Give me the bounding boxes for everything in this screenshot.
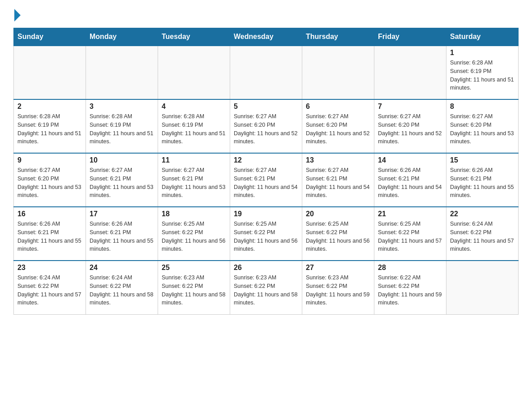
day-number: 10: [90, 156, 154, 164]
day-info: Sunrise: 6:27 AM Sunset: 6:21 PM Dayligh…: [234, 166, 298, 200]
day-number: 26: [234, 264, 298, 272]
day-info: Sunrise: 6:27 AM Sunset: 6:20 PM Dayligh…: [450, 112, 515, 146]
day-info: Sunrise: 6:28 AM Sunset: 6:19 PM Dayligh…: [90, 112, 154, 146]
calendar-day-cell: 10Sunrise: 6:27 AM Sunset: 6:21 PM Dayli…: [86, 153, 158, 207]
day-info: Sunrise: 6:27 AM Sunset: 6:20 PM Dayligh…: [306, 112, 370, 146]
day-number: 23: [17, 264, 82, 272]
day-info: Sunrise: 6:28 AM Sunset: 6:19 PM Dayligh…: [17, 112, 82, 146]
calendar-day-cell: 19Sunrise: 6:25 AM Sunset: 6:22 PM Dayli…: [230, 207, 302, 261]
calendar-day-cell: 3Sunrise: 6:28 AM Sunset: 6:19 PM Daylig…: [86, 99, 158, 153]
day-info: Sunrise: 6:25 AM Sunset: 6:22 PM Dayligh…: [234, 220, 298, 253]
calendar-day-header: Wednesday: [230, 28, 302, 46]
calendar-day-header: Sunday: [14, 28, 86, 46]
calendar-day-cell: [158, 46, 230, 99]
day-number: 24: [90, 264, 154, 272]
calendar-day-header: Friday: [374, 28, 446, 46]
calendar-day-cell: 13Sunrise: 6:27 AM Sunset: 6:21 PM Dayli…: [302, 153, 374, 207]
day-info: Sunrise: 6:22 AM Sunset: 6:22 PM Dayligh…: [378, 274, 442, 307]
calendar-day-cell: 2Sunrise: 6:28 AM Sunset: 6:19 PM Daylig…: [14, 99, 86, 153]
calendar-day-header: Thursday: [302, 28, 374, 46]
calendar-day-cell: [230, 46, 302, 99]
day-info: Sunrise: 6:26 AM Sunset: 6:21 PM Dayligh…: [17, 220, 82, 253]
calendar-table: SundayMondayTuesdayWednesdayThursdayFrid…: [13, 28, 519, 315]
day-number: 12: [234, 156, 298, 164]
calendar-header-row: SundayMondayTuesdayWednesdayThursdayFrid…: [14, 28, 519, 46]
calendar-day-header: Tuesday: [158, 28, 230, 46]
day-info: Sunrise: 6:27 AM Sunset: 6:20 PM Dayligh…: [17, 166, 82, 200]
calendar-day-cell: 1Sunrise: 6:28 AM Sunset: 6:19 PM Daylig…: [446, 46, 519, 99]
calendar-day-cell: [374, 46, 446, 99]
calendar-week-row: 9Sunrise: 6:27 AM Sunset: 6:20 PM Daylig…: [14, 153, 519, 207]
day-info: Sunrise: 6:23 AM Sunset: 6:22 PM Dayligh…: [306, 274, 370, 307]
day-number: 21: [378, 210, 442, 218]
day-info: Sunrise: 6:27 AM Sunset: 6:21 PM Dayligh…: [306, 166, 370, 200]
day-info: Sunrise: 6:25 AM Sunset: 6:22 PM Dayligh…: [162, 220, 226, 253]
calendar-day-cell: [14, 46, 86, 99]
calendar-day-cell: 4Sunrise: 6:28 AM Sunset: 6:19 PM Daylig…: [158, 99, 230, 153]
calendar-day-cell: 11Sunrise: 6:27 AM Sunset: 6:21 PM Dayli…: [158, 153, 230, 207]
calendar-day-header: Saturday: [446, 28, 519, 46]
day-info: Sunrise: 6:28 AM Sunset: 6:19 PM Dayligh…: [450, 59, 515, 92]
day-number: 7: [378, 103, 442, 111]
day-info: Sunrise: 6:23 AM Sunset: 6:22 PM Dayligh…: [162, 274, 226, 307]
day-info: Sunrise: 6:26 AM Sunset: 6:21 PM Dayligh…: [450, 166, 515, 200]
day-info: Sunrise: 6:27 AM Sunset: 6:21 PM Dayligh…: [162, 166, 226, 200]
calendar-day-cell: 24Sunrise: 6:24 AM Sunset: 6:22 PM Dayli…: [86, 261, 158, 314]
day-number: 9: [17, 156, 82, 164]
day-number: 28: [378, 264, 442, 272]
day-number: 16: [17, 210, 82, 218]
day-info: Sunrise: 6:23 AM Sunset: 6:22 PM Dayligh…: [234, 274, 298, 307]
calendar-week-row: 16Sunrise: 6:26 AM Sunset: 6:21 PM Dayli…: [14, 207, 519, 261]
day-number: 2: [17, 103, 82, 111]
calendar-day-cell: 9Sunrise: 6:27 AM Sunset: 6:20 PM Daylig…: [14, 153, 86, 207]
day-number: 1: [450, 49, 515, 57]
day-number: 17: [90, 210, 154, 218]
day-number: 18: [162, 210, 226, 218]
day-number: 13: [306, 156, 370, 164]
calendar-day-cell: [446, 261, 519, 314]
calendar-day-cell: 15Sunrise: 6:26 AM Sunset: 6:21 PM Dayli…: [446, 153, 519, 207]
day-number: 15: [450, 156, 515, 164]
calendar-week-row: 23Sunrise: 6:24 AM Sunset: 6:22 PM Dayli…: [14, 261, 519, 314]
day-info: Sunrise: 6:24 AM Sunset: 6:22 PM Dayligh…: [17, 274, 82, 307]
calendar-week-row: 2Sunrise: 6:28 AM Sunset: 6:19 PM Daylig…: [14, 99, 519, 153]
page-header: [13, 9, 519, 21]
calendar-day-cell: 23Sunrise: 6:24 AM Sunset: 6:22 PM Dayli…: [14, 261, 86, 314]
day-number: 4: [162, 103, 226, 111]
day-number: 25: [162, 264, 226, 272]
calendar-day-cell: 6Sunrise: 6:27 AM Sunset: 6:20 PM Daylig…: [302, 99, 374, 153]
day-info: Sunrise: 6:27 AM Sunset: 6:20 PM Dayligh…: [378, 112, 442, 146]
day-number: 20: [306, 210, 370, 218]
calendar-day-cell: 22Sunrise: 6:24 AM Sunset: 6:22 PM Dayli…: [446, 207, 519, 261]
logo: [13, 9, 21, 21]
day-info: Sunrise: 6:27 AM Sunset: 6:20 PM Dayligh…: [234, 112, 298, 146]
day-info: Sunrise: 6:26 AM Sunset: 6:21 PM Dayligh…: [90, 220, 154, 253]
calendar-day-cell: 12Sunrise: 6:27 AM Sunset: 6:21 PM Dayli…: [230, 153, 302, 207]
day-number: 11: [162, 156, 226, 164]
day-info: Sunrise: 6:27 AM Sunset: 6:21 PM Dayligh…: [90, 166, 154, 200]
calendar-day-cell: 28Sunrise: 6:22 AM Sunset: 6:22 PM Dayli…: [374, 261, 446, 314]
calendar-day-cell: 26Sunrise: 6:23 AM Sunset: 6:22 PM Dayli…: [230, 261, 302, 314]
day-info: Sunrise: 6:25 AM Sunset: 6:22 PM Dayligh…: [306, 220, 370, 253]
calendar-week-row: 1Sunrise: 6:28 AM Sunset: 6:19 PM Daylig…: [14, 46, 519, 99]
day-info: Sunrise: 6:24 AM Sunset: 6:22 PM Dayligh…: [90, 274, 154, 307]
day-number: 8: [450, 103, 515, 111]
calendar-day-cell: 5Sunrise: 6:27 AM Sunset: 6:20 PM Daylig…: [230, 99, 302, 153]
day-info: Sunrise: 6:28 AM Sunset: 6:19 PM Dayligh…: [162, 112, 226, 146]
calendar-day-cell: [86, 46, 158, 99]
calendar-day-header: Monday: [86, 28, 158, 46]
calendar-day-cell: 7Sunrise: 6:27 AM Sunset: 6:20 PM Daylig…: [374, 99, 446, 153]
day-number: 3: [90, 103, 154, 111]
day-number: 22: [450, 210, 515, 218]
calendar-day-cell: 21Sunrise: 6:25 AM Sunset: 6:22 PM Dayli…: [374, 207, 446, 261]
calendar-day-cell: 20Sunrise: 6:25 AM Sunset: 6:22 PM Dayli…: [302, 207, 374, 261]
day-info: Sunrise: 6:24 AM Sunset: 6:22 PM Dayligh…: [450, 220, 515, 253]
calendar-day-cell: 27Sunrise: 6:23 AM Sunset: 6:22 PM Dayli…: [302, 261, 374, 314]
day-info: Sunrise: 6:26 AM Sunset: 6:21 PM Dayligh…: [378, 166, 442, 200]
day-number: 19: [234, 210, 298, 218]
day-number: 27: [306, 264, 370, 272]
calendar-day-cell: 18Sunrise: 6:25 AM Sunset: 6:22 PM Dayli…: [158, 207, 230, 261]
day-number: 5: [234, 103, 298, 111]
calendar-day-cell: 17Sunrise: 6:26 AM Sunset: 6:21 PM Dayli…: [86, 207, 158, 261]
calendar-day-cell: 8Sunrise: 6:27 AM Sunset: 6:20 PM Daylig…: [446, 99, 519, 153]
